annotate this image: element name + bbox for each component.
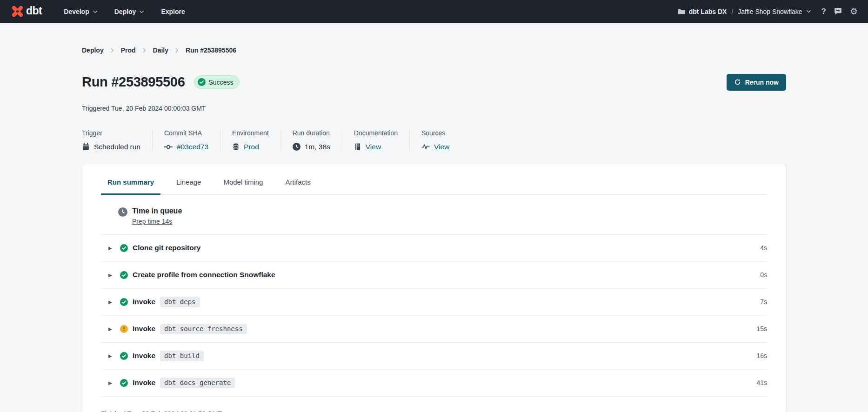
nav-menu-develop[interactable]: Develop xyxy=(58,4,103,20)
account-switcher[interactable]: dbt Labs DX xyxy=(677,7,727,15)
folder-icon xyxy=(677,7,685,15)
meta-divider xyxy=(280,129,281,151)
meta-divider xyxy=(152,129,153,151)
meta-label: Documentation xyxy=(354,129,398,137)
breadcrumb-item[interactable]: Run #253895506 xyxy=(186,47,236,54)
meta-divider xyxy=(409,129,410,151)
expand-caret-icon[interactable]: ▶ xyxy=(108,326,114,332)
breadcrumb-item[interactable]: Prod xyxy=(121,47,136,54)
breadcrumb-separator-icon xyxy=(142,48,147,53)
expand-caret-icon[interactable]: ▶ xyxy=(108,246,114,251)
rerun-now-button[interactable]: Rerun now xyxy=(727,74,786,91)
tab-lineage[interactable]: Lineage xyxy=(170,178,207,195)
success-check-icon xyxy=(120,379,128,387)
queue-clock-icon xyxy=(118,207,127,217)
primary-nav-menu: DevelopDeployExplore xyxy=(58,4,191,20)
success-check-icon xyxy=(120,352,128,360)
step-row[interactable]: ▶Invokedbt build16s xyxy=(82,343,786,369)
step-row[interactable]: ▶Create profile from connection Snowflak… xyxy=(82,262,786,288)
clock-icon xyxy=(293,143,300,151)
feedback-icon[interactable] xyxy=(834,7,842,16)
dbt-logo[interactable]: dbt xyxy=(11,5,42,18)
step-command-chip: dbt source freshness xyxy=(160,324,247,334)
queue-title: Time in queue xyxy=(132,207,182,215)
prep-time-link[interactable]: Prep time 14s xyxy=(132,218,172,225)
nav-menu-label: Deploy xyxy=(114,8,136,15)
expand-caret-icon[interactable]: ▶ xyxy=(108,272,114,278)
commit-icon xyxy=(164,143,173,151)
chevron-down-icon xyxy=(806,9,811,14)
meta-label: Run duration xyxy=(293,129,330,137)
meta-run-duration: Run duration1m, 38s xyxy=(293,129,330,151)
chevron-down-icon xyxy=(93,9,98,14)
meta-environment: EnvironmentProd xyxy=(232,129,269,151)
pulse-icon xyxy=(421,143,430,151)
page-title: Run #253895506 xyxy=(82,74,185,90)
meta-label: Trigger xyxy=(82,129,140,137)
tab-artifacts[interactable]: Artifacts xyxy=(279,178,317,195)
tab-run-summary[interactable]: Run summary xyxy=(101,178,160,195)
nav-menu-label: Develop xyxy=(64,8,89,15)
breadcrumb-item[interactable]: Daily xyxy=(153,47,168,54)
status-badge: Success xyxy=(194,75,240,89)
expand-caret-icon[interactable]: ▶ xyxy=(108,380,114,385)
rerun-icon xyxy=(734,79,741,86)
meta-value-link[interactable]: Prod xyxy=(244,143,259,151)
breadcrumb-separator-icon xyxy=(174,48,180,53)
nav-menu-explore[interactable]: Explore xyxy=(155,4,191,20)
nav-separator: / xyxy=(731,8,733,15)
step-label: Clone git repository xyxy=(133,244,200,252)
meta-label: Environment xyxy=(232,129,269,137)
step-command-chip: dbt docs generate xyxy=(160,378,235,388)
meta-documentation: DocumentationView xyxy=(354,129,398,151)
step-row[interactable]: ▶Invokedbt deps7s xyxy=(82,289,786,315)
step-duration: 4s xyxy=(760,244,767,252)
expand-caret-icon[interactable]: ▶ xyxy=(108,353,114,359)
step-duration: 7s xyxy=(760,298,767,306)
step-label: Invoke xyxy=(133,352,155,360)
run-meta-row: TriggerScheduled runCommit SHA#03ced73En… xyxy=(82,129,786,151)
step-duration: 41s xyxy=(756,379,767,386)
book-icon xyxy=(354,143,361,151)
success-check-icon xyxy=(198,78,206,86)
meta-value-link[interactable]: #03ced73 xyxy=(177,143,208,151)
time-in-queue-block: Time in queue Prep time 14s xyxy=(82,195,786,234)
step-row[interactable]: ▶Clone git repository4s xyxy=(82,235,786,261)
run-steps-list: ▶Clone git repository4s▶Create profile f… xyxy=(82,234,786,396)
status-badge-label: Success xyxy=(209,79,234,86)
step-command-chip: dbt deps xyxy=(160,297,200,307)
step-duration: 0s xyxy=(760,271,767,279)
success-check-icon xyxy=(120,298,128,306)
tab-strip: Run summaryLineageModel timingArtifacts xyxy=(101,164,767,195)
chevron-down-icon xyxy=(139,9,144,14)
nav-menu-label: Explore xyxy=(161,8,185,15)
project-name: Jaffle Shop Snowflake xyxy=(738,8,802,15)
meta-value: 1m, 38s xyxy=(305,143,330,151)
step-duration: 16s xyxy=(756,352,767,359)
step-label: Create profile from connection Snowflake xyxy=(133,271,275,279)
step-row[interactable]: ▶Invokedbt docs generate41s xyxy=(82,370,786,396)
help-icon[interactable]: ? xyxy=(821,7,826,16)
step-command-chip: dbt build xyxy=(160,351,204,361)
success-check-icon xyxy=(120,244,128,252)
warning-icon xyxy=(120,325,128,333)
expand-caret-icon[interactable]: ▶ xyxy=(108,299,114,305)
nav-menu-deploy[interactable]: Deploy xyxy=(108,4,151,20)
meta-value-link[interactable]: View xyxy=(366,143,381,151)
meta-label: Sources xyxy=(421,129,449,137)
dbt-logo-icon xyxy=(11,5,24,18)
account-name: dbt Labs DX xyxy=(689,8,727,15)
meta-value-link[interactable]: View xyxy=(434,143,449,151)
success-check-icon xyxy=(120,271,128,279)
step-row[interactable]: ▶Invokedbt source freshness15s xyxy=(82,316,786,342)
project-switcher[interactable]: Jaffle Shop Snowflake xyxy=(738,8,811,15)
dbt-logo-text: dbt xyxy=(26,6,42,18)
run-detail-card: Run summaryLineageModel timingArtifacts … xyxy=(82,164,786,412)
tab-model-timing[interactable]: Model timing xyxy=(217,178,269,195)
triggered-timestamp: Triggered Tue, 20 Feb 2024 00:00:03 GMT xyxy=(82,105,786,112)
gear-icon[interactable]: ⚙ xyxy=(850,7,858,16)
meta-sources: SourcesView xyxy=(421,129,449,151)
step-label: Invoke xyxy=(133,325,155,333)
breadcrumb-item[interactable]: Deploy xyxy=(82,47,104,54)
database-icon xyxy=(232,143,240,151)
